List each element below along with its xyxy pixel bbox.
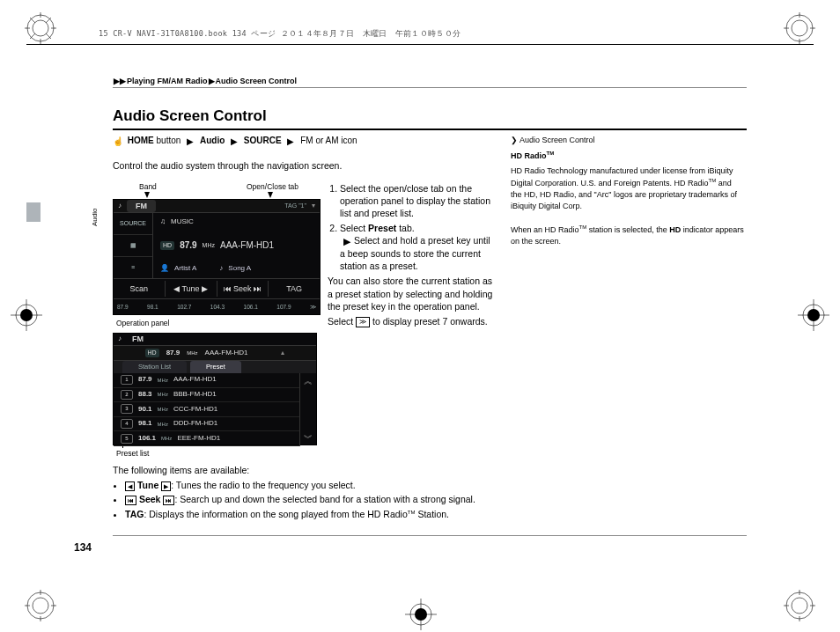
screenshot-operation-panel: ♪ FM TAG "1" ▾ SOURCE ▦ ≡ ♫MUSIC HD 87.9…	[113, 199, 321, 315]
note-icon: ❯	[511, 135, 518, 146]
song-name: Song A	[228, 264, 251, 274]
instr-para-1: You can also store the current station a…	[328, 275, 495, 312]
nav-path: ☝ HOME button ▶ Audio ▶ SOURCE ▶ FM or A…	[113, 135, 357, 147]
instr-para-2: Select ≫ to display preset 7 onwards.	[328, 315, 495, 327]
registration-mark-icon	[784, 12, 815, 44]
app-icon[interactable]: ▦	[114, 235, 152, 257]
footer-rule	[113, 535, 747, 536]
items-intro: The following items are available:	[113, 464, 491, 476]
more-icon[interactable]: ≫	[310, 304, 316, 312]
nav-audio: Audio	[200, 136, 225, 145]
nav-source: SOURCE	[244, 136, 282, 145]
chevron-down-icon[interactable]: ︾	[304, 434, 313, 443]
nav-tail: FM or AM icon	[300, 136, 357, 145]
artist-name: Artist A	[174, 264, 196, 274]
artist-icon: 👤	[160, 264, 169, 274]
breadcrumb: ▶▶Playing FM/AM Radio▶Audio Screen Contr…	[113, 76, 297, 86]
seek-button[interactable]: ⏮ Seek ⏭	[217, 281, 269, 297]
hd-badge: HD	[145, 349, 159, 356]
arrow-down-icon	[144, 192, 150, 198]
next-icon: ▶	[161, 481, 171, 491]
crosshair-icon	[798, 299, 829, 331]
source-button[interactable]: SOURCE	[114, 213, 152, 235]
preset-row[interactable]: 187.9MHzAAA-FM-HD1	[114, 373, 299, 388]
svg-point-4	[27, 592, 54, 619]
tune-button[interactable]: ◀ Tune ▶	[166, 281, 217, 297]
tab-preset[interactable]: Preset	[190, 361, 241, 373]
breadcrumb-b: Audio Screen Control	[216, 77, 298, 85]
mhz-label: MHz	[187, 349, 197, 356]
available-items: The following items are available: ◀ Tun…	[113, 464, 491, 522]
sidebar-para-1: HD Radio Technology manufactured under l…	[511, 165, 744, 212]
settings-icon[interactable]: ≡	[114, 257, 152, 278]
hand-icon: ☝	[113, 136, 123, 148]
svg-point-5	[33, 598, 48, 614]
svg-point-7	[792, 598, 807, 614]
header-rule	[26, 44, 814, 45]
svg-point-3	[792, 20, 807, 36]
triangle-icon: ▶	[231, 136, 238, 148]
page-number: 134	[74, 540, 92, 555]
side-tab	[26, 202, 41, 222]
chevron-up-icon[interactable]: ︽	[304, 377, 313, 386]
tag-button[interactable]: TAG	[269, 281, 320, 297]
breadcrumb-sep-icon: ▶▶	[114, 76, 126, 86]
page-title: Audio Screen Control	[113, 107, 267, 127]
scan-button[interactable]: Scan	[114, 281, 166, 297]
crosshair-icon	[11, 299, 42, 331]
music-note-icon: ♪	[118, 202, 122, 211]
instructions: Select the open/close tab on the operati…	[328, 182, 495, 330]
registration-mark-icon	[25, 590, 56, 621]
title-rule	[113, 129, 747, 130]
station-name: AAA-FM-HD1	[220, 239, 274, 252]
mhz-label: MHz	[203, 241, 215, 249]
svg-point-6	[786, 592, 813, 619]
nav-home: HOME	[128, 136, 154, 145]
frequency-value: 87.9	[166, 349, 181, 358]
music-icon: ♫	[160, 217, 166, 227]
music-note-icon: ♪	[118, 334, 122, 344]
screenshot-preset-list: ♪ FM HD 87.9 MHz AAA-FM-HD1 ▴ Station Li…	[113, 333, 317, 445]
side-label: Audio	[91, 209, 100, 226]
chevron-down-icon[interactable]: ▾	[312, 202, 315, 211]
station-name: AAA-FM-HD1	[205, 349, 248, 358]
registration-mark-icon	[784, 590, 815, 621]
triangle-icon: ▶	[343, 235, 350, 247]
sidebar-heading: HD RadioTM	[511, 150, 744, 162]
preset-row[interactable]: 390.1MHzCCC-FM-HD1	[114, 402, 299, 417]
scroll-bar[interactable]: ︽ ︾	[299, 373, 316, 446]
file-header: 15 CR-V NAVI-31T0A8100.book 134 ページ ２０１４…	[99, 29, 747, 39]
sidebar-notes: ❯Audio Screen Control HD RadioTM HD Radi…	[511, 135, 744, 247]
callout-operation-panel: Operation panel	[116, 319, 170, 328]
triangle-icon: ▶	[287, 136, 294, 148]
music-label: MUSIC	[171, 217, 194, 227]
arrow-down-icon	[268, 192, 273, 198]
svg-point-2	[786, 15, 813, 41]
callout-open-close: Open/Close tab	[247, 182, 298, 192]
hd-badge: HD	[160, 241, 174, 249]
preset-row[interactable]: 288.3MHzBBB-FM-HD1	[114, 388, 299, 403]
seek-prev-icon: ⏮	[125, 496, 136, 505]
preset-row[interactable]: 498.1MHzDDD-FM-HD1	[114, 417, 299, 432]
breadcrumb-a: Playing FM/AM Radio	[127, 77, 208, 85]
breadcrumb-rule	[113, 87, 747, 88]
song-icon: ♪	[219, 264, 223, 274]
more-icon: ≫	[356, 317, 370, 327]
callout-band: Band	[139, 182, 157, 192]
triangle-icon: ▶	[187, 136, 194, 148]
step-1: Select the open/close tab on the operati…	[340, 183, 490, 218]
intro-text: Control the audio system through the nav…	[113, 159, 342, 172]
tag-indicator: TAG "1"	[284, 202, 306, 209]
chevron-up-icon[interactable]: ▴	[281, 349, 284, 358]
crosshair-icon	[405, 599, 437, 630]
frequency-value: 87.9	[180, 239, 196, 252]
sidebar-para-2: When an HD RadioTM station is selected, …	[511, 224, 744, 247]
tab-station-list[interactable]: Station List	[122, 361, 187, 373]
band-indicator: FM	[127, 200, 156, 212]
registration-mark-icon	[25, 12, 56, 44]
prev-icon: ◀	[125, 481, 135, 491]
step-2-sub: Select and hold a preset key until a bee…	[340, 235, 490, 271]
preset-strip[interactable]: 87.998.1102.7104.3106.1107.9≫	[114, 299, 320, 315]
preset-row[interactable]: 5106.1MHzEEE-FM-HD1	[114, 431, 299, 446]
seek-next-icon: ⏭	[163, 496, 174, 505]
